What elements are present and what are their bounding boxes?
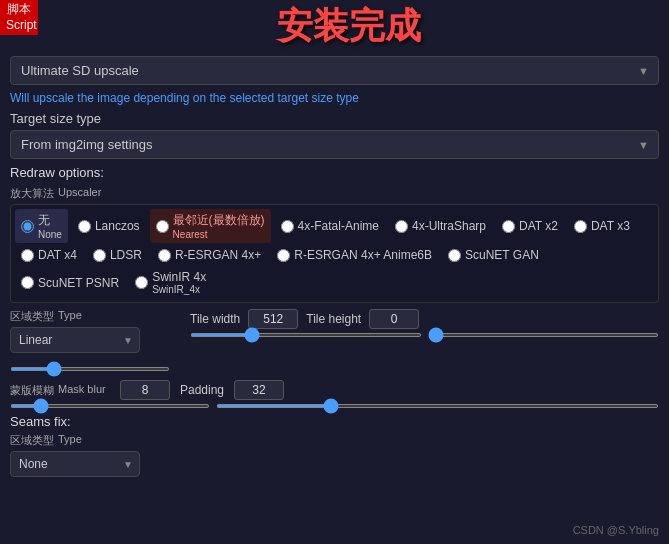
upscaler-ldsr-label: LDSR (110, 248, 142, 262)
type-label-row: 区域类型 Type (10, 309, 180, 324)
target-size-dropdown[interactable]: From img2img settings (10, 130, 659, 159)
script-tab[interactable]: 脚本 Script (0, 0, 38, 35)
tile-width-main-slider[interactable] (190, 333, 422, 337)
mask-blur-zh: 蒙版模糊 (10, 383, 54, 398)
main-script-dropdown[interactable]: Ultimate SD upscale (10, 56, 659, 85)
tile-width-slider[interactable] (10, 367, 170, 371)
padding-value: 32 (234, 380, 284, 400)
type-en-label: Type (58, 309, 82, 324)
upscaler-zh: 放大算法 (10, 186, 54, 201)
upscaler-dat-x2-label: DAT x2 (519, 219, 558, 233)
type-dropdown-wrapper: Linear (10, 327, 140, 353)
install-complete-text: 安装完成 (277, 2, 421, 51)
content-area: Ultimate SD upscale Will upscale the ima… (10, 8, 659, 477)
upscaler-resrgan-anime[interactable]: R-ESRGAN 4x+ Anime6B (271, 245, 438, 265)
hint-text: Will upscale the image depending on the … (10, 91, 659, 105)
upscaler-scunet-gan-radio[interactable] (448, 249, 461, 262)
target-size-dropdown-row: From img2img settings (10, 130, 659, 159)
upscaler-dat-x4[interactable]: DAT x4 (15, 245, 83, 265)
upscaler-nearest[interactable]: 最邻近(最数倍放)Nearest (150, 209, 271, 243)
upscaler-lanczos-label: Lanczos (95, 219, 140, 233)
upscaler-swinir[interactable]: SwinIR 4xSwinIR_4x (129, 267, 212, 298)
upscaler-scunet-gan-label: ScuNET GAN (465, 248, 539, 262)
mask-blur-slider[interactable] (10, 404, 210, 408)
upscaler-dat-x2-radio[interactable] (502, 220, 515, 233)
main-container: 脚本 Script 安装完成 Ultimate SD upscale Will … (0, 0, 669, 544)
upscaler-dat-x4-label: DAT x4 (38, 248, 77, 262)
seams-type-en: Type (58, 433, 82, 448)
upscaler-lanczos[interactable]: Lanczos (72, 209, 146, 243)
upscaler-dat-x2[interactable]: DAT x2 (496, 209, 564, 243)
upscaler-dat-x3-label: DAT x3 (591, 219, 630, 233)
tile-width-label: Tile width (190, 312, 240, 326)
tile-sliders-row (190, 333, 659, 337)
seams-type-label-row: 区域类型 Type (10, 433, 659, 448)
upscaler-dat-x4-radio[interactable] (21, 249, 34, 262)
upscaler-ultrasharp[interactable]: 4x-UltraSharp (389, 209, 492, 243)
upscaler-resrgan-label: R-ESRGAN 4x+ (175, 248, 261, 262)
upscaler-none-label: 无None (38, 212, 62, 240)
target-size-label: Target size type (10, 111, 659, 126)
upscaler-scunet-psnr[interactable]: ScuNET PSNR (15, 267, 125, 298)
upscaler-resrgan[interactable]: R-ESRGAN 4x+ (152, 245, 267, 265)
mask-blur-en: Mask blur (58, 383, 106, 398)
upscaler-scunet-psnr-label: ScuNET PSNR (38, 276, 119, 290)
watermark: CSDN @S.Ybling (573, 524, 659, 536)
mask-padding-row: 蒙版模糊 Mask blur 8 Padding 32 (10, 380, 659, 400)
seams-type-section: 区域类型 Type None (10, 433, 659, 477)
tile-controls: Tile width 512 Tile height 0 (190, 309, 659, 341)
tile-width-slider-container (10, 359, 180, 374)
type-zh-label: 区域类型 (10, 309, 54, 324)
upscaler-ldsr-radio[interactable] (93, 249, 106, 262)
mask-blur-label-row: 蒙版模糊 Mask blur (10, 383, 110, 398)
upscaler-fatal-anime[interactable]: 4x-Fatal-Anime (275, 209, 385, 243)
upscaler-lanczos-radio[interactable] (78, 220, 91, 233)
upscaler-none-radio[interactable] (21, 220, 34, 233)
upscaler-dat-x3[interactable]: DAT x3 (568, 209, 636, 243)
upscaler-swinir-label: SwinIR 4xSwinIR_4x (152, 270, 206, 295)
upscaler-ultrasharp-label: 4x-UltraSharp (412, 219, 486, 233)
seams-fix-label: Seams fix: (10, 414, 659, 429)
tile-height-label: Tile height (306, 312, 361, 326)
seams-type-dropdown-wrapper: None (10, 451, 140, 477)
upscaler-label-row: 放大算法 Upscaler (10, 186, 659, 201)
type-tile-row: 区域类型 Type Linear Tile width 512 (10, 309, 659, 374)
upscaler-resrgan-anime-label: R-ESRGAN 4x+ Anime6B (294, 248, 432, 262)
tile-width-value: 512 (248, 309, 298, 329)
upscaler-scunet-gan[interactable]: ScuNET GAN (442, 245, 545, 265)
seams-type-zh: 区域类型 (10, 433, 54, 448)
tile-height-value: 0 (369, 309, 419, 329)
upscaler-radio-grid: 无None Lanczos 最邻近(最数倍放)Nearest 4x-Fatal-… (10, 204, 659, 303)
mask-padding-sliders (10, 404, 659, 408)
tile-width-row: Tile width 512 Tile height 0 (190, 309, 659, 329)
padding-slider[interactable] (216, 404, 659, 408)
upscaler-scunet-psnr-radio[interactable] (21, 276, 34, 289)
mask-blur-label-section: 蒙版模糊 Mask blur (10, 383, 110, 398)
mask-blur-value: 8 (120, 380, 170, 400)
upscaler-resrgan-radio[interactable] (158, 249, 171, 262)
type-section: 区域类型 Type Linear (10, 309, 180, 374)
redraw-options-label: Redraw options: (10, 165, 659, 180)
script-tab-line2: Script (6, 18, 37, 32)
tile-height-main-slider[interactable] (428, 333, 660, 337)
target-size-dropdown-wrapper: From img2img settings (10, 130, 659, 159)
upscaler-dat-x3-radio[interactable] (574, 220, 587, 233)
upscaler-en: Upscaler (58, 186, 101, 201)
script-tab-line1: 脚本 (7, 2, 31, 16)
upscaler-ultrasharp-radio[interactable] (395, 220, 408, 233)
main-script-dropdown-row: Ultimate SD upscale (10, 56, 659, 85)
upscaler-fatal-anime-label: 4x-Fatal-Anime (298, 219, 379, 233)
seams-type-dropdown[interactable]: None (10, 451, 140, 477)
upscaler-nearest-radio[interactable] (156, 220, 169, 233)
main-script-dropdown-wrapper: Ultimate SD upscale (10, 56, 659, 85)
upscaler-nearest-label: 最邻近(最数倍放)Nearest (173, 212, 265, 240)
upscaler-fatal-anime-radio[interactable] (281, 220, 294, 233)
upscaler-none[interactable]: 无None (15, 209, 68, 243)
type-dropdown[interactable]: Linear (10, 327, 140, 353)
upscaler-resrgan-anime-radio[interactable] (277, 249, 290, 262)
upscaler-ldsr[interactable]: LDSR (87, 245, 148, 265)
padding-label: Padding (180, 383, 224, 397)
upscaler-swinir-radio[interactable] (135, 276, 148, 289)
